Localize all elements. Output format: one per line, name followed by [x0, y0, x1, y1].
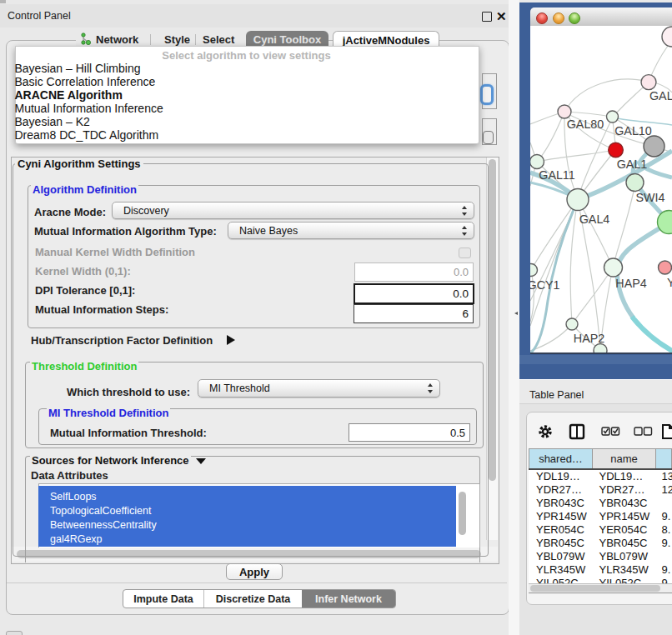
svg-text:GAL1: GAL1: [617, 158, 648, 171]
svg-text:GAL11: GAL11: [539, 168, 574, 182]
svg-text:HAP2: HAP2: [574, 332, 604, 345]
svg-text:SWI4: SWI4: [636, 191, 665, 204]
svg-text:GAL2: GAL2: [649, 89, 672, 102]
svg-text:GAL4: GAL4: [579, 212, 610, 226]
svg-text:YJ: YJ: [667, 276, 672, 289]
svg-text:GCY1: GCY1: [530, 278, 560, 292]
svg-text:GAL10: GAL10: [614, 124, 652, 138]
svg-text:GAL80: GAL80: [567, 118, 604, 131]
svg-text:HAP4: HAP4: [615, 277, 646, 290]
